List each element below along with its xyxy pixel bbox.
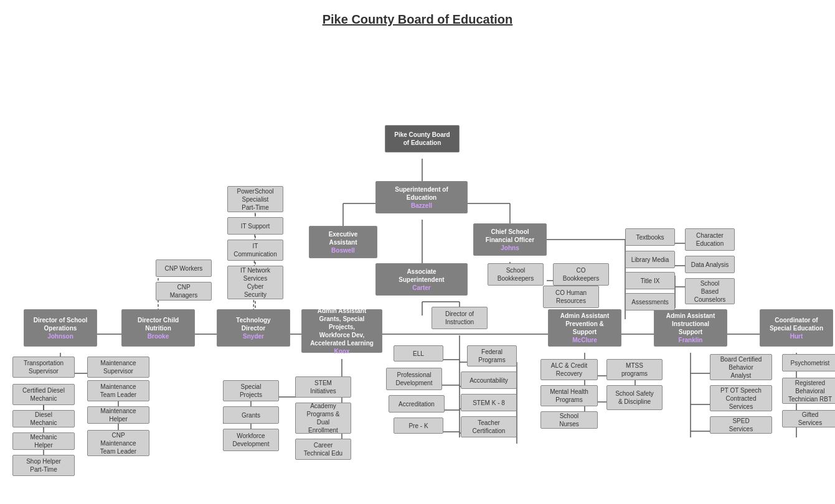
- diesel_mech-box: DieselMechanic: [12, 410, 75, 427]
- mental_health-box: Mental HealthPrograms: [540, 385, 598, 406]
- exec_asst-person-name: Boswell: [331, 246, 355, 254]
- cnp_maint_team-label: CNPMaintenanceTeam Leader: [100, 431, 136, 455]
- pt_ot_speech-box: PT OT SpeechContractedServices: [710, 385, 772, 411]
- admin_asst_instr-box: Admin AssistantInstructionalSupportFrank…: [654, 309, 727, 347]
- dir_instruction-box: Director ofInstruction: [432, 307, 488, 329]
- ell-box: ELL: [394, 345, 443, 362]
- dir_school_ops-person-name: Johnson: [47, 332, 73, 340]
- dir_instruction-label: Director ofInstruction: [445, 310, 474, 326]
- title_ix-box: Title IX: [625, 272, 675, 289]
- maint_super-box: MaintenanceSupervisor: [87, 357, 149, 378]
- career_tech-label: CareerTechnical Edu: [304, 441, 342, 457]
- prof_dev-box: ProfessionalDevelopment: [386, 368, 442, 390]
- career_tech-box: CareerTechnical Edu: [295, 439, 351, 460]
- co_bookkeepers-box: COBookkeepers: [553, 263, 609, 286]
- sped_services-label: SPEDServices: [729, 417, 753, 433]
- coord_sped-box: Coordinator ofSpecial EducationHurt: [760, 309, 833, 347]
- coord_sped-label: Coordinator ofSpecial Education: [770, 316, 823, 332]
- psychometrist-box: Psychometrist: [782, 354, 835, 371]
- admin_asst_grants-label: Admin AssistantGrants, Special Projects,…: [306, 307, 378, 347]
- assoc_super-box: AssociateSuperintendentCarter: [375, 263, 468, 296]
- coord_sped-person-name: Hurt: [790, 332, 803, 340]
- accreditation-box: Accreditation: [389, 395, 445, 413]
- prof_dev-label: ProfessionalDevelopment: [396, 371, 433, 387]
- dir_child_nutrition-person-name: Brooke: [148, 332, 169, 340]
- data_analysis-label: Data Analysis: [691, 261, 729, 269]
- chief_financial-person-name: Johns: [501, 244, 519, 252]
- co_bookkeepers-label: COBookkeepers: [563, 266, 599, 282]
- board-box: Pike County Boardof Education: [385, 125, 460, 152]
- it_communication-label: ITCommunication: [234, 242, 276, 258]
- accountability-box: Accountability: [461, 371, 517, 389]
- transport_super-box: TransportationSupervisor: [12, 357, 75, 378]
- org-chart: Pike County Boardof EducationSuperintend…: [6, 39, 829, 504]
- psychometrist-label: Psychometrist: [791, 359, 830, 367]
- admin_asst_prev-person-name: McClure: [572, 336, 597, 344]
- exec_asst-label: ExecutiveAssistant: [329, 230, 358, 246]
- alc_credit-label: ALC & CreditRecovery: [551, 362, 587, 378]
- co_hr-label: CO HumanResources: [555, 289, 587, 305]
- special_projects-box: SpecialProjects: [223, 380, 279, 401]
- board-label: Pike County Boardof Education: [394, 131, 450, 147]
- federal_programs-box: FederalPrograms: [467, 345, 517, 366]
- tech_director-label: TechnologyDirector: [236, 316, 270, 332]
- mtss-label: MTSSprograms: [621, 362, 648, 378]
- academy_programs-box: AcademyPrograms &DualEnrollment: [295, 403, 351, 434]
- admin_asst_instr-person-name: Franklin: [679, 336, 703, 344]
- workforce_dev-box: WorkforceDevelopment: [223, 429, 279, 451]
- maint_team_leader-box: MaintenanceTeam Leader: [87, 380, 149, 401]
- chief_financial-box: Chief SchoolFinancial OfficerJohns: [473, 223, 547, 256]
- page: Pike County Board of Education: [0, 0, 835, 504]
- dir_child_nutrition-box: Director ChildNutritionBrooke: [121, 309, 195, 347]
- school_safety-label: School Safety& Discipline: [615, 390, 654, 406]
- powerschool-box: PowerSchoolSpecialistPart-Time: [227, 186, 283, 212]
- maint_super-label: MaintenanceSupervisor: [100, 359, 136, 375]
- superintendent-person-name: Bazzell: [411, 202, 432, 210]
- mental_health-label: Mental HealthPrograms: [550, 388, 588, 404]
- cnp_workers-label: CNP Workers: [165, 264, 203, 273]
- workforce_dev-label: WorkforceDevelopment: [233, 432, 270, 448]
- cnp_managers-box: CNPManagers: [156, 282, 212, 301]
- assessments-label: Assessments: [631, 298, 668, 306]
- cert_diesel-box: Certified DieselMechanic: [12, 384, 75, 405]
- textbooks-label: Textbooks: [636, 233, 664, 241]
- school_bookkeepers-label: SchoolBookkeepers: [498, 266, 534, 282]
- cert_diesel-label: Certified DieselMechanic: [22, 386, 65, 403]
- dir_school_ops-box: Director of SchoolOperationsJohnson: [24, 309, 97, 347]
- maint_team_leader-label: MaintenanceTeam Leader: [100, 383, 136, 399]
- accountability-label: Accountability: [469, 376, 508, 385]
- admin_asst_grants-box: Admin AssistantGrants, Special Projects,…: [301, 309, 382, 353]
- data_analysis-box: Data Analysis: [685, 256, 735, 273]
- gifted_services-box: GiftedServices: [782, 410, 835, 427]
- reg_behavioral-box: RegisteredBehavioralTechnician RBT: [782, 378, 835, 404]
- admin_asst_instr-label: Admin AssistantInstructionalSupport: [666, 312, 715, 336]
- maint_helper-box: MaintenanceHelper: [87, 406, 149, 424]
- school_based_counselors-box: SchoolBasedCounselors: [685, 278, 735, 304]
- ell-label: ELL: [413, 350, 424, 358]
- library_media-box: Library Media: [625, 251, 675, 268]
- mtss-box: MTSSprograms: [606, 359, 663, 380]
- char_education-label: CharacterEducation: [696, 231, 724, 248]
- pt_ot_speech-label: PT OT SpeechContractedServices: [720, 386, 762, 411]
- admin_asst_prev-label: Admin AssistantPrevention &Support: [560, 312, 610, 336]
- school_nurses-box: SchoolNurses: [540, 411, 598, 429]
- admin_asst_grants-person-name: Knox: [334, 347, 350, 355]
- it_support-label: IT Support: [241, 222, 270, 230]
- assoc_super-label: AssociateSuperintendent: [399, 268, 444, 284]
- it_support-box: IT Support: [227, 217, 283, 235]
- co_hr-box: CO HumanResources: [543, 286, 599, 308]
- board_cert_ba-label: Board CertifiedBehaviorAnalyst: [720, 355, 762, 380]
- school_based_counselors-label: SchoolBasedCounselors: [694, 279, 726, 304]
- teacher_cert-box: TeacherCertification: [461, 416, 517, 437]
- academy_programs-label: AcademyPrograms &DualEnrollment: [307, 402, 340, 434]
- stem_k8-label: STEM K - 8: [473, 399, 505, 407]
- diesel_mech-label: DieselMechanic: [31, 411, 57, 427]
- tech_director-person-name: Snyder: [243, 332, 264, 340]
- it_network-box: IT NetworkServicesCyberSecurity: [227, 266, 283, 299]
- superintendent-box: Superintendent ofEducationBazzell: [375, 181, 468, 213]
- page-title: Pike County Board of Education: [6, 12, 829, 27]
- transport_super-label: TransportationSupervisor: [24, 359, 64, 375]
- cnp_workers-box: CNP Workers: [156, 259, 212, 277]
- shop_helper-box: Shop HelperPart-Time: [12, 455, 75, 476]
- superintendent-label: Superintendent ofEducation: [395, 185, 448, 202]
